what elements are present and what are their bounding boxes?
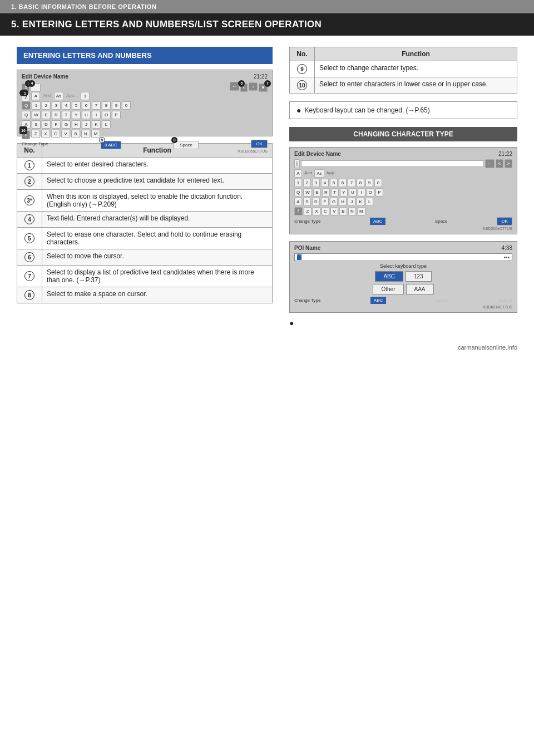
kbd-num-7[interactable]: 7 (92, 101, 101, 110)
kbd-l[interactable]: L (102, 120, 111, 129)
kbd-c[interactable]: C (51, 130, 60, 138)
s1-n3[interactable]: 3 (312, 179, 320, 187)
kbd-w[interactable]: W (32, 111, 41, 119)
kbd-g[interactable]: G (62, 120, 71, 129)
s1-q[interactable]: Q (294, 188, 302, 197)
table-row-num: 9 (290, 61, 315, 77)
s1-n7[interactable]: 7 (348, 179, 355, 187)
s1-w[interactable]: W (303, 188, 312, 197)
kbd-n[interactable]: N (81, 130, 90, 138)
s1-z[interactable]: Z (304, 207, 312, 215)
poi-abc-label[interactable]: ABC (370, 297, 386, 304)
poi-abc-btn[interactable]: ABC (375, 271, 403, 282)
kbd-b[interactable]: B (71, 130, 80, 138)
kbd-z[interactable]: Z (31, 130, 40, 138)
kbd-x[interactable]: X (41, 130, 50, 138)
kbd-num-5[interactable]: 5 (72, 101, 81, 110)
kbd-u[interactable]: U (82, 111, 91, 119)
poi-input-field[interactable]: ••• (294, 253, 512, 261)
s1-n6[interactable]: 6 (339, 179, 347, 187)
s1-n1[interactable]: 1 (294, 179, 302, 187)
s1-n9[interactable]: 9 (365, 179, 373, 187)
kbd-nav-right[interactable]: > (249, 82, 258, 91)
kbd-num-6[interactable]: 6 (82, 101, 91, 110)
s1-y[interactable]: Y (340, 188, 348, 197)
s1-m[interactable]: M (357, 207, 365, 215)
kbd-i[interactable]: I (92, 111, 101, 119)
s1-n[interactable]: N (348, 207, 356, 215)
s1-s[interactable]: S (303, 198, 311, 206)
kbd-h[interactable]: H (72, 120, 81, 129)
kbd-v[interactable]: V (61, 130, 70, 138)
s1-v[interactable]: V (330, 207, 338, 215)
kbd-num-0[interactable]: 0 (122, 101, 131, 110)
s1-n4[interactable]: 4 (321, 179, 329, 187)
kbd-k[interactable]: K (92, 120, 101, 129)
page-content: ENTERING LETTERS AND NUMBERS Edit Device… (0, 36, 534, 338)
s1-n2[interactable]: 2 (303, 179, 311, 187)
s1-s-A[interactable]: A (294, 169, 302, 178)
s1-l[interactable]: L (365, 198, 373, 206)
s1-h[interactable]: H (339, 198, 347, 206)
kbd-num-8[interactable]: 8 (102, 101, 111, 110)
kbd-num-9[interactable]: 9 (112, 101, 121, 110)
s1-i[interactable]: I (358, 188, 365, 197)
s1-abc-btn[interactable]: ABC (370, 218, 385, 225)
kbd-num-q[interactable]: Q (22, 101, 31, 110)
kbd-p[interactable]: P (112, 111, 121, 119)
s1-g[interactable]: G (330, 198, 338, 206)
badge: 4 (24, 214, 34, 224)
s1-ok-btn[interactable]: OK (497, 217, 512, 225)
overlay-9: 9 (99, 137, 105, 143)
s1-k[interactable]: K (357, 198, 364, 206)
s1-n0[interactable]: 0 (374, 179, 382, 187)
kbd-t[interactable]: T (62, 111, 71, 119)
kbd-o[interactable]: O (102, 111, 111, 119)
s1-c[interactable]: C (322, 207, 329, 215)
s1-b[interactable]: B (339, 207, 347, 215)
kbd-num-1[interactable]: 1 (32, 101, 41, 110)
s1-n5[interactable]: 5 (330, 179, 338, 187)
kbd-q[interactable]: Q (22, 111, 31, 119)
s1-n8[interactable]: 8 (357, 179, 364, 187)
s1-o[interactable]: O (367, 188, 374, 197)
s1-r[interactable]: R (322, 188, 330, 197)
kbd-j[interactable]: J (82, 120, 91, 129)
s1-input-field[interactable] (301, 160, 484, 167)
s1-a[interactable]: A (294, 198, 302, 206)
kbd-suggest-1[interactable]: 1 (81, 92, 90, 100)
s1-u[interactable]: U (349, 188, 357, 197)
kbd-y[interactable]: Y (72, 111, 81, 119)
s1-shift[interactable]: ⇑ (294, 207, 303, 215)
table-row-func: Select to display a list of predictive t… (42, 266, 273, 287)
kbd-e[interactable]: E (42, 111, 51, 119)
kbd-f[interactable]: F (52, 120, 61, 129)
kbd-num-4[interactable]: 4 (62, 101, 71, 110)
kbd-num-3[interactable]: 3 (52, 101, 61, 110)
kbd-ok[interactable]: OK (251, 140, 268, 148)
s1-nav-r[interactable]: > (505, 159, 512, 168)
poi-aaa-btn[interactable]: AAA (406, 284, 434, 294)
kbd-space[interactable]: Space (174, 141, 199, 149)
s1-x[interactable]: X (313, 207, 320, 215)
s1-t[interactable]: T (331, 188, 339, 197)
s1-d[interactable]: D (312, 198, 320, 206)
kbd-r[interactable]: R (52, 111, 61, 119)
kbd-num-2[interactable]: 2 (42, 101, 51, 110)
s1-f[interactable]: F (321, 198, 329, 206)
right-column: No. Function 9Select to change character… (289, 47, 517, 327)
poi-other-btn[interactable]: Other (373, 284, 403, 294)
kbd-m[interactable]: M (91, 130, 100, 138)
s1-p[interactable]: P (375, 188, 383, 197)
kbd-s[interactable]: S (32, 120, 41, 129)
s1-s-As[interactable]: As (314, 169, 324, 178)
kbd-suggest-As[interactable]: As (54, 92, 63, 100)
kbd-suggest-A[interactable]: A (31, 92, 40, 100)
s1-backspace[interactable]: ← (485, 159, 495, 168)
poi-btn-row: ABC 123 (294, 271, 512, 282)
kbd-d[interactable]: D (42, 120, 51, 129)
s1-e[interactable]: E (313, 188, 321, 197)
s1-nav-l[interactable]: < (496, 159, 503, 168)
s1-j[interactable]: J (348, 198, 355, 206)
poi-123-btn[interactable]: 123 (406, 271, 432, 282)
